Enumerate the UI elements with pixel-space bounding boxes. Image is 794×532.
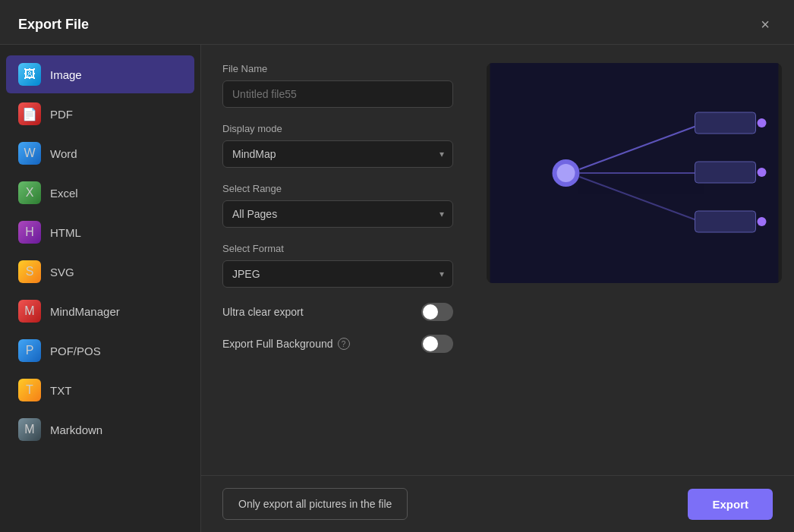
excel-icon: X	[18, 181, 41, 204]
svg-point-11	[758, 217, 767, 226]
svg-icon: S	[18, 260, 41, 283]
only-export-button[interactable]: Only export all pictures in the file	[222, 488, 408, 520]
export-bg-label-group: Export Full Background ?	[222, 338, 350, 350]
dialog-body: 🖼Image📄PDFWWordXExcelHHTMLSSVGMMindManag…	[0, 45, 794, 532]
display-mode-wrapper: MindMap Outline Gantt ▾	[222, 140, 453, 168]
content-area: File Name Display mode MindMap Outline G…	[201, 45, 794, 475]
sidebar: 🖼Image📄PDFWWordXExcelHHTMLSSVGMMindManag…	[0, 45, 201, 532]
sidebar-item-txt[interactable]: TTXT	[6, 371, 194, 409]
sidebar-item-label-svg: SVG	[50, 266, 74, 279]
svg-point-9	[758, 118, 767, 127]
preview-area	[487, 63, 782, 283]
sidebar-item-pof[interactable]: PPOF/POS	[6, 332, 194, 370]
select-range-group: Select Range All Pages Current Page Cust…	[222, 183, 453, 228]
dialog-footer: Only export all pictures in the file Exp…	[201, 475, 794, 532]
select-range-wrapper: All Pages Current Page Custom ▾	[222, 200, 453, 228]
select-format-select[interactable]: JPEG PNG SVG PDF	[222, 260, 453, 288]
pof-icon: P	[18, 339, 41, 362]
select-range-select[interactable]: All Pages Current Page Custom	[222, 200, 453, 228]
sidebar-item-mindmanager[interactable]: MMindManager	[6, 292, 194, 330]
ultra-clear-knob	[423, 304, 438, 320]
file-name-input[interactable]	[222, 80, 453, 108]
word-icon: W	[18, 142, 41, 165]
ultra-clear-label: Ultra clear export	[222, 306, 304, 318]
dialog-header: Export File ×	[0, 0, 794, 45]
sidebar-item-label-pof: POF/POS	[50, 345, 101, 357]
sidebar-item-svg[interactable]: SSVG	[6, 253, 194, 291]
mindmanager-icon: M	[18, 300, 41, 323]
markdown-icon: M	[18, 418, 41, 441]
image-icon: 🖼	[18, 63, 41, 86]
export-bg-knob	[423, 336, 438, 351]
export-dialog: Export File × 🖼Image📄PDFWWordXExcelHHTML…	[0, 0, 794, 532]
sidebar-item-label-markdown: Markdown	[50, 423, 102, 436]
sidebar-item-label-excel: Excel	[50, 187, 78, 200]
ultra-clear-toggle[interactable]	[421, 303, 453, 321]
sidebar-item-excel[interactable]: XExcel	[6, 174, 194, 212]
select-format-label: Select Format	[222, 243, 453, 254]
sidebar-item-label-txt: TXT	[50, 384, 71, 397]
export-bg-row: Export Full Background ?	[222, 335, 453, 353]
sidebar-item-label-mindmanager: MindManager	[50, 305, 120, 318]
display-mode-label: Display mode	[222, 123, 453, 134]
sidebar-item-image[interactable]: 🖼Image	[6, 55, 194, 93]
txt-icon: T	[18, 379, 41, 401]
svg-rect-6	[695, 112, 756, 134]
display-mode-group: Display mode MindMap Outline Gantt ▾	[222, 123, 453, 168]
sidebar-item-label-word: Word	[50, 147, 77, 160]
svg-rect-8	[695, 211, 756, 232]
ultra-clear-row: Ultra clear export	[222, 303, 453, 321]
sidebar-item-html[interactable]: HHTML	[6, 213, 194, 251]
sidebar-item-word[interactable]: WWord	[6, 134, 194, 172]
svg-point-2	[557, 164, 575, 182]
select-range-label: Select Range	[222, 183, 453, 194]
svg-point-10	[758, 168, 767, 177]
sidebar-item-label-pdf: PDF	[50, 108, 73, 121]
svg-rect-7	[695, 162, 756, 183]
display-mode-select[interactable]: MindMap Outline Gantt	[222, 140, 453, 168]
preview-svg	[487, 63, 782, 283]
select-format-group: Select Format JPEG PNG SVG PDF ▾	[222, 243, 453, 288]
select-format-wrapper: JPEG PNG SVG PDF ▾	[222, 260, 453, 288]
dialog-title: Export File	[18, 17, 89, 33]
pdf-icon: 📄	[18, 102, 41, 125]
sidebar-item-label-html: HTML	[50, 226, 81, 239]
export-bg-toggle[interactable]	[421, 335, 453, 353]
sidebar-item-markdown[interactable]: MMarkdown	[6, 411, 194, 449]
sidebar-item-pdf[interactable]: 📄PDF	[6, 95, 194, 133]
export-bg-help-icon[interactable]: ?	[338, 338, 350, 350]
sidebar-item-label-image: Image	[50, 68, 82, 81]
export-bg-label: Export Full Background	[222, 338, 333, 350]
preview-panel	[474, 45, 794, 475]
file-name-group: File Name	[222, 63, 453, 108]
file-name-label: File Name	[222, 63, 453, 74]
html-icon: H	[18, 221, 41, 244]
export-button[interactable]: Export	[688, 489, 773, 520]
form-panel: File Name Display mode MindMap Outline G…	[201, 45, 474, 475]
main-content: File Name Display mode MindMap Outline G…	[201, 45, 794, 532]
close-button[interactable]: ×	[755, 14, 776, 35]
